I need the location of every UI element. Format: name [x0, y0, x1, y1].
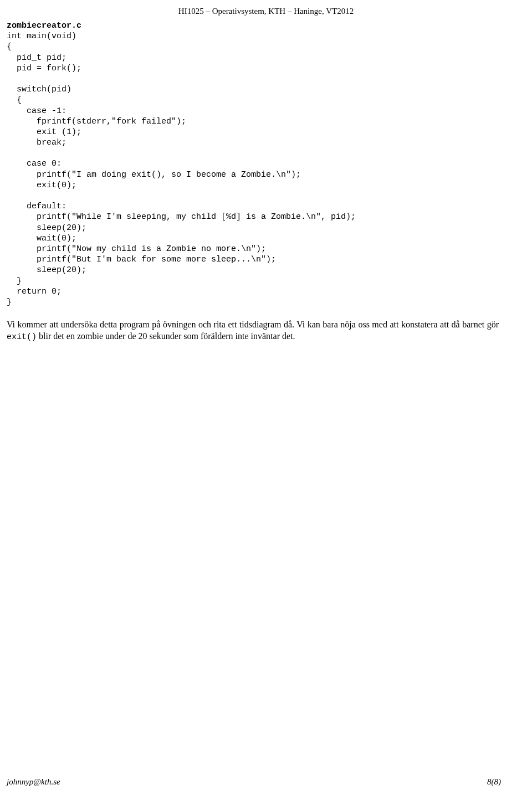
code-block: zombiecreator.c int main(void) { pid_t p…	[7, 20, 501, 307]
code-title: zombiecreator.c	[7, 21, 81, 30]
code-line: printf("But I'm back for some more sleep…	[7, 255, 276, 264]
code-line: printf("Now my child is a Zombie no more…	[7, 244, 266, 254]
code-line: return 0;	[7, 287, 62, 296]
code-line: int main(void)	[7, 32, 76, 41]
code-line: printf("While I'm sleeping, my child [%d…	[7, 212, 356, 222]
code-line: {	[7, 42, 12, 52]
header-text: HI1025 – Operativsystem, KTH – Haninge, …	[178, 7, 354, 16]
footer-page-number: 8(8)	[487, 777, 501, 787]
page-header: HI1025 – Operativsystem, KTH – Haninge, …	[0, 0, 532, 16]
paragraph: Vi kommer att undersöka detta program på…	[7, 319, 501, 343]
footer-email: johnnyp@kth.se	[7, 777, 60, 787]
code-line: case 0:	[7, 159, 62, 168]
para-part1: Vi kommer att undersöka detta program på…	[7, 320, 499, 329]
code-line: wait(0);	[7, 234, 76, 243]
code-line: exit(0);	[7, 181, 76, 190]
code-line: fprintf(stderr,"fork failed");	[7, 117, 186, 126]
code-line: sleep(20);	[7, 265, 86, 275]
para-part2: blir det en zombie under de 20 sekunder …	[37, 331, 295, 341]
page-footer: johnnyp@kth.se 8(8)	[7, 777, 501, 787]
code-line: pid = fork();	[7, 64, 81, 73]
code-line: default:	[7, 202, 66, 211]
code-line: case -1:	[7, 106, 66, 116]
inline-code: exit()	[7, 332, 37, 342]
content-area: zombiecreator.c int main(void) { pid_t p…	[0, 16, 532, 343]
code-line: {	[7, 95, 22, 105]
code-line: }	[7, 276, 22, 286]
code-line: printf("I am doing exit(), so I become a…	[7, 170, 301, 180]
code-line: break;	[7, 138, 66, 147]
code-line: }	[7, 298, 12, 307]
code-line: pid_t pid;	[7, 53, 66, 63]
code-line: exit (1);	[7, 127, 81, 137]
code-line: sleep(20);	[7, 223, 86, 233]
code-line: switch(pid)	[7, 85, 71, 94]
